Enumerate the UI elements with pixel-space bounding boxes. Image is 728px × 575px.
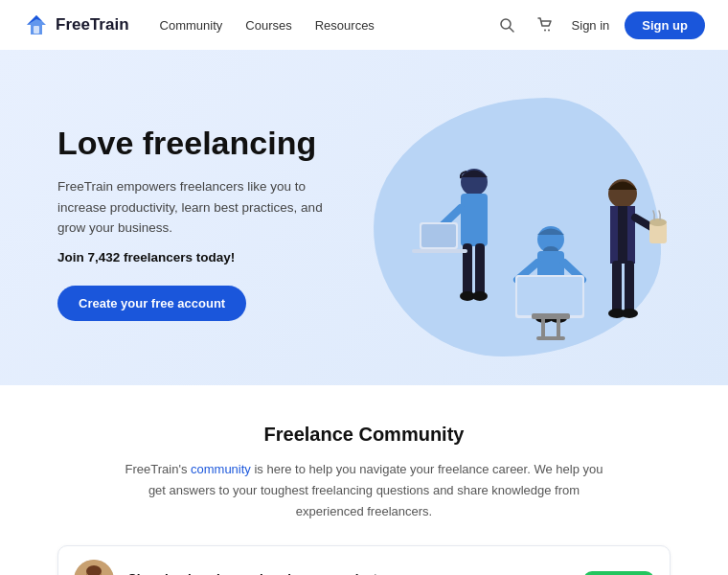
svg-line-38 bbox=[635, 218, 651, 227]
hero-content: Love freelancing FreeTrain empowers free… bbox=[57, 124, 364, 321]
nav-actions: Sign in Sign up bbox=[495, 12, 705, 39]
svg-point-4 bbox=[548, 30, 550, 32]
svg-rect-34 bbox=[612, 261, 622, 313]
hero-description: FreeTrain empowers freelancers like you … bbox=[57, 176, 326, 239]
hero-title: Love freelancing bbox=[57, 124, 364, 163]
svg-line-2 bbox=[510, 28, 513, 32]
cart-button[interactable] bbox=[534, 13, 557, 36]
community-title: Freelance Community bbox=[57, 424, 671, 446]
search-icon bbox=[499, 17, 514, 33]
post-card[interactable]: Charging hourly vs. charging per project… bbox=[57, 545, 671, 575]
hero-join-text: Join 7,432 freelancers today! bbox=[57, 250, 364, 264]
svg-point-40 bbox=[649, 218, 667, 226]
svg-rect-0 bbox=[34, 26, 39, 34]
nav-resources[interactable]: Resources bbox=[315, 18, 375, 33]
svg-rect-26 bbox=[532, 313, 570, 319]
community-link[interactable]: community bbox=[191, 462, 251, 476]
community-description: FreeTrain's community is here to help yo… bbox=[115, 459, 613, 522]
svg-rect-35 bbox=[625, 261, 634, 313]
post-badge: Questions bbox=[583, 571, 654, 575]
svg-marker-32 bbox=[610, 206, 618, 264]
hero-cta-button[interactable]: Create your free account bbox=[57, 286, 246, 321]
nav-courses[interactable]: Courses bbox=[245, 18, 291, 33]
post-avatar bbox=[74, 560, 114, 575]
svg-rect-25 bbox=[517, 277, 582, 315]
svg-point-10 bbox=[472, 291, 488, 301]
hero-illustration-svg bbox=[364, 98, 671, 347]
navbar: FreeTrain Community Courses Resources Si… bbox=[0, 0, 728, 50]
svg-rect-13 bbox=[421, 224, 456, 247]
hero-illustration bbox=[364, 88, 671, 356]
cart-icon bbox=[537, 17, 553, 33]
svg-rect-14 bbox=[412, 249, 467, 253]
community-desc-pre: FreeTrain's bbox=[125, 462, 191, 476]
svg-rect-8 bbox=[475, 243, 485, 296]
svg-rect-6 bbox=[461, 194, 488, 246]
hero-section: Love freelancing FreeTrain empowers free… bbox=[0, 50, 728, 385]
logo-icon bbox=[23, 12, 50, 38]
nav-links: Community Courses Resources bbox=[160, 18, 495, 33]
signin-button[interactable]: Sign in bbox=[572, 18, 610, 33]
svg-point-37 bbox=[621, 309, 638, 318]
svg-rect-29 bbox=[536, 336, 565, 340]
nav-community[interactable]: Community bbox=[160, 18, 223, 33]
avatar-image bbox=[74, 560, 114, 575]
community-section: Freelance Community FreeTrain's communit… bbox=[0, 385, 728, 575]
logo[interactable]: FreeTrain bbox=[23, 12, 129, 38]
svg-point-3 bbox=[544, 30, 546, 32]
post-content: Charging hourly vs. charging per project bbox=[127, 571, 570, 575]
signup-button[interactable]: Sign up bbox=[625, 12, 705, 39]
svg-rect-28 bbox=[557, 319, 560, 338]
svg-rect-27 bbox=[541, 319, 545, 338]
search-button[interactable] bbox=[495, 13, 518, 36]
post-title: Charging hourly vs. charging per project bbox=[127, 571, 570, 575]
logo-text: FreeTrain bbox=[56, 15, 129, 34]
